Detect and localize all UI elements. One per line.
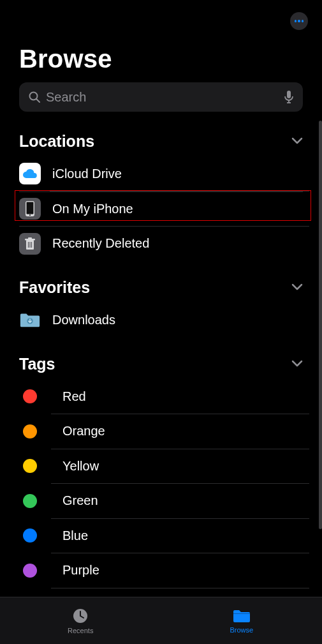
chevron-down-icon [291,283,303,291]
tag-color-dot [23,528,37,543]
favorites-list: Downloads [0,303,322,337]
list-item-label: Blue [62,528,88,543]
more-button[interactable] [290,12,308,30]
search-container [0,82,322,126]
tag-color-dot [23,494,37,508]
tag-color-dot [23,564,37,578]
page-title: Browse [0,31,322,82]
svg-rect-6 [27,202,34,214]
ellipsis-icon-dot [295,20,297,22]
list-item-label: Downloads [52,313,115,327]
tag-red[interactable]: Red [0,379,322,414]
ellipsis-icon-dot [298,20,300,22]
divider [51,588,309,588]
list-item-label: Yellow [62,459,99,474]
tag-color-dot [23,424,37,438]
svg-point-7 [29,214,31,216]
location-icloud-drive[interactable]: iCloud Drive [0,156,322,191]
section-title: Tags [19,355,55,373]
section-header-tags[interactable]: Tags [0,348,322,379]
tab-browse[interactable]: Browse [161,597,323,644]
folder-icon [232,608,251,624]
chevron-down-icon [291,360,303,368]
tab-label: Browse [230,626,253,634]
tag-color-dot [23,459,37,473]
svg-point-0 [30,93,38,100]
section-title: Locations [19,132,94,151]
svg-line-1 [37,100,40,103]
list-item-label: Recently Deleted [52,236,149,251]
svg-rect-10 [28,237,32,239]
tag-green[interactable]: Green [0,484,322,518]
tab-bar: Recents Browse [0,597,322,644]
tag-yellow[interactable]: Yellow [0,449,322,483]
section-title: Favorites [19,278,90,297]
list-item-label: Red [62,389,86,404]
iphone-icon [19,198,41,220]
section-header-locations[interactable]: Locations [0,126,322,156]
tag-blue[interactable]: Blue [0,518,322,553]
trash-icon [19,233,41,255]
tags-list: RedOrangeYellowGreenBluePurple [0,379,322,588]
svg-rect-2 [287,91,291,98]
section-header-favorites[interactable]: Favorites [0,272,322,303]
list-item-label: Purple [62,563,99,578]
location-recently-deleted[interactable]: Recently Deleted [0,226,322,260]
top-bar [0,0,322,31]
ellipsis-icon-dot [302,20,304,22]
location-on-my-iphone[interactable]: On My iPhone [0,191,322,226]
clock-icon [72,608,89,624]
list-item-label: Orange [62,424,105,438]
tab-label: Recents [68,627,93,634]
list-item-label: On My iPhone [52,202,133,216]
scroll-indicator[interactable] [319,121,322,529]
tag-purple[interactable]: Purple [0,553,322,588]
mic-icon[interactable] [284,90,294,104]
folder-icon [19,311,41,329]
tag-orange[interactable]: Orange [0,414,322,449]
list-item-label: iCloud Drive [52,167,122,181]
favorite-downloads[interactable]: Downloads [0,303,322,337]
icloud-icon [19,163,41,184]
search-icon [28,91,41,103]
locations-list: iCloud Drive On My iPhone Recent [0,156,322,260]
tag-color-dot [23,389,37,403]
search-input[interactable] [46,90,279,105]
chevron-down-icon [291,137,303,145]
search-field[interactable] [19,82,303,112]
tab-recents[interactable]: Recents [0,597,161,644]
list-item-label: Green [62,493,98,508]
content-area: Locations iCloud Drive On My iPhone [0,126,322,588]
